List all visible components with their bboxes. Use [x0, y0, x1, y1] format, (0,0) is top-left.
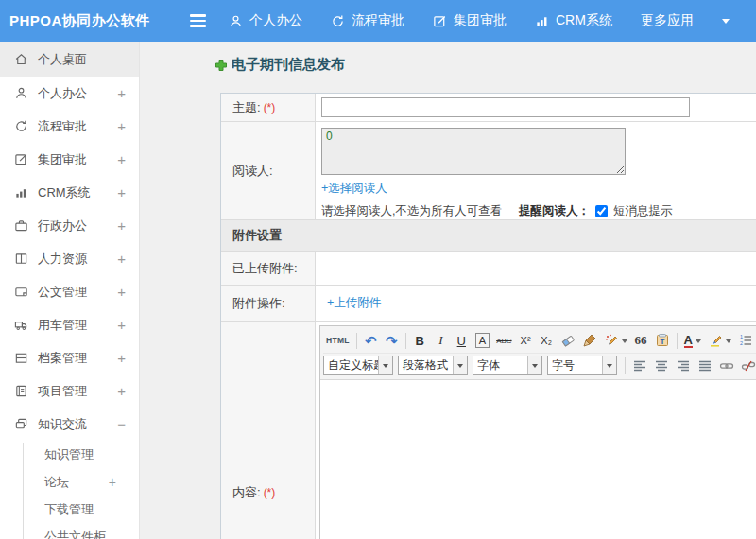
sidebar-item-hr[interactable]: 人力资源 + [0, 242, 139, 275]
align-right-icon[interactable] [673, 356, 694, 376]
sidebar-subitem-downloads[interactable]: 下载管理 [0, 496, 139, 523]
nav-crm-system[interactable]: CRM系统 [535, 12, 612, 29]
remove-link-icon[interactable] [738, 356, 756, 376]
sidebar-item-knowledge[interactable]: 知识交流 − [0, 408, 139, 441]
chevron-down-icon [453, 356, 467, 374]
separator [405, 333, 406, 349]
redo-icon[interactable]: ↷ [382, 330, 402, 351]
font-style-button[interactable]: A [472, 330, 492, 351]
readers-hint: 请选择阅读人,不选为所有人可查看 [321, 203, 502, 219]
expand-toggle[interactable]: + [117, 284, 126, 300]
select-readers-link[interactable]: +选择阅读人 [321, 181, 756, 197]
expand-toggle[interactable]: + [117, 118, 126, 134]
content-row: 内容: (*) HTML ↶ ↷ B I U [221, 322, 756, 539]
custom-heading-select[interactable]: 自定义标题 [323, 356, 393, 375]
magic-pen-dropdown[interactable] [601, 330, 630, 351]
bold-button[interactable]: B [410, 330, 430, 351]
notebook-icon [14, 384, 28, 398]
top-navigation: 个人办公 流程审批 集团审批 CRM系统 更多应用 [229, 12, 730, 29]
expand-toggle[interactable]: + [117, 251, 126, 267]
nav-personal-office[interactable]: 个人办公 [229, 12, 302, 29]
uploaded-attachments-value [316, 252, 756, 285]
expand-toggle[interactable]: + [109, 475, 116, 490]
sidebar-subitem-forum[interactable]: 论坛 + [0, 468, 139, 496]
layers-icon [14, 417, 28, 431]
edit-square-icon [14, 152, 28, 166]
font-color-dropdown[interactable]: A [681, 330, 704, 351]
undo-icon[interactable]: ↶ [361, 330, 381, 351]
expand-toggle[interactable]: + [117, 151, 126, 167]
rich-text-editor: HTML ↶ ↷ B I U A ABC X² X₂ [319, 325, 756, 539]
more-apps-dropdown[interactable] [722, 15, 730, 27]
sidebar-item-desktop[interactable]: 个人桌面 [0, 42, 139, 77]
sidebar-label: 知识交流 [38, 416, 87, 433]
user-icon [14, 86, 28, 100]
sms-notify-checkbox[interactable] [595, 205, 608, 217]
sidebar-label: 行政办公 [38, 217, 87, 235]
editor-content-area[interactable] [320, 380, 756, 539]
ordered-list-dropdown[interactable]: 12 [735, 330, 756, 351]
highlight-color-dropdown[interactable] [705, 330, 734, 351]
required-mark: (*) [264, 486, 276, 499]
nav-group-approval[interactable]: 集团审批 [433, 12, 507, 29]
sidebar-subitem-knowledge-mgmt[interactable]: 知识管理 [0, 441, 139, 468]
sidebar-label: 流程审批 [38, 118, 87, 135]
nav-workflow-approval[interactable]: 流程审批 [331, 12, 404, 29]
justify-icon[interactable] [695, 356, 715, 376]
font-size-select[interactable]: 字号 [547, 356, 617, 375]
blockquote-button[interactable]: 66 [631, 330, 651, 351]
sidebar-item-projects[interactable]: 项目管理 + [0, 374, 139, 408]
chevron-down-icon [602, 356, 616, 374]
html-source-button[interactable]: HTML [323, 330, 352, 351]
align-left-icon[interactable] [629, 356, 650, 376]
font-family-select[interactable]: 字体 [472, 356, 542, 375]
italic-button[interactable]: I [431, 330, 451, 351]
sidebar-item-vehicles[interactable]: 用车管理 + [0, 308, 139, 341]
subscript-button[interactable]: X₂ [537, 330, 557, 351]
upload-attachment-link[interactable]: +上传附件 [327, 295, 756, 311]
chevron-down-icon [378, 356, 392, 374]
attachment-actions-row: 附件操作: +上传附件 [221, 286, 756, 322]
nav-more-apps[interactable]: 更多应用 [641, 12, 694, 29]
expand-toggle[interactable]: − [117, 416, 126, 432]
expand-toggle[interactable]: + [117, 350, 126, 366]
nav-label: 集团审批 [454, 12, 507, 29]
hamburger-menu-icon[interactable] [181, 7, 214, 35]
format-brush-icon[interactable] [579, 330, 600, 351]
sidebar-item-group-approval[interactable]: 集团审批 + [0, 143, 139, 176]
sidebar-item-workflow[interactable]: 流程审批 + [0, 110, 139, 143]
workflow-icon [331, 14, 345, 28]
paste-as-text-icon[interactable]: T [652, 330, 673, 351]
uploaded-attachments-label: 已上传附件: [221, 252, 316, 285]
sidebar-item-crm[interactable]: CRM系统 + [0, 176, 139, 209]
readers-textarea[interactable]: 0 [321, 128, 626, 175]
superscript-button[interactable]: X² [516, 330, 536, 351]
sidebar-label: 个人办公 [38, 85, 87, 102]
nav-label: 更多应用 [641, 12, 694, 29]
sidebar-label: 用车管理 [38, 317, 87, 334]
sidebar-subitem-public-files[interactable]: 公共文件柜 [0, 523, 139, 539]
expand-toggle[interactable]: + [117, 184, 126, 200]
remove-format-eraser-icon[interactable] [558, 330, 578, 351]
sidebar-item-personal-office[interactable]: 个人办公 + [0, 77, 139, 110]
app-logo: PHPOA协同办公软件 [0, 12, 181, 30]
underline-button[interactable]: U [452, 330, 472, 351]
sidebar-label: CRM系统 [38, 184, 91, 201]
sidebar-item-admin-office[interactable]: 行政办公 + [0, 209, 139, 242]
strikethrough-button[interactable]: ABC [493, 330, 514, 351]
svg-text:2: 2 [740, 340, 743, 346]
main-content: 电子期刊信息发布 主题: (*) 阅读人: 0 +选择阅读人 请选择阅读人,不选… [141, 42, 756, 539]
expand-toggle[interactable]: + [117, 383, 126, 399]
paragraph-format-select[interactable]: 段落格式 [398, 356, 468, 375]
align-center-icon[interactable] [651, 356, 672, 376]
sidebar-item-archives[interactable]: 档案管理 + [0, 341, 139, 374]
expand-toggle[interactable]: + [117, 217, 126, 234]
sidebar-item-documents[interactable]: 公文管理 + [0, 275, 139, 308]
sidebar-label: 公共文件柜 [44, 529, 106, 539]
insert-link-icon[interactable] [716, 356, 737, 376]
readers-row: 阅读人: 0 +选择阅读人 请选择阅读人,不选为所有人可查看 提醒阅读人： 短消… [221, 122, 756, 220]
expand-toggle[interactable]: + [117, 317, 126, 333]
subject-input[interactable] [321, 97, 690, 117]
expand-toggle[interactable]: + [117, 85, 126, 101]
sidebar-label: 个人桌面 [38, 51, 87, 68]
